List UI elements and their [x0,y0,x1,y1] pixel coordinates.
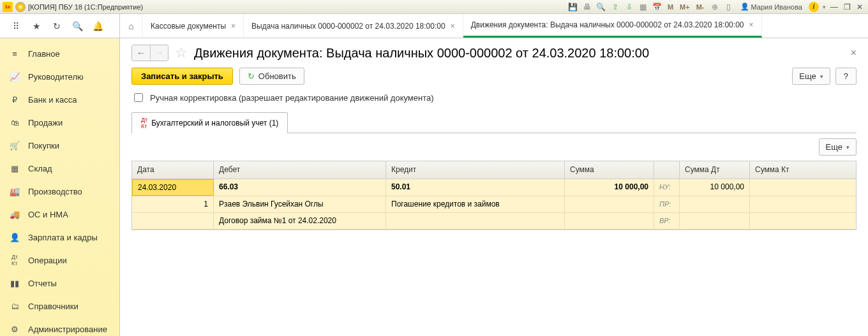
manual-edit-checkbox[interactable] [134,93,143,102]
cell-date[interactable]: 24.03.2020 [132,179,214,196]
col-sum[interactable]: Сумма [565,161,654,179]
home-tab[interactable]: ⌂ [120,14,143,38]
bell-icon[interactable]: 🔔 [92,20,103,32]
cell-empty[interactable] [680,213,750,229]
cell-credit-sub[interactable]: Погашение кредитов и займов [386,196,565,212]
cell-sumkt[interactable] [750,179,856,196]
window-close[interactable]: ✕ [855,3,864,11]
cell-empty[interactable] [750,196,856,212]
nav-production[interactable]: 🏭Производство [0,180,119,203]
save-disk-icon[interactable]: 💾 [568,2,578,12]
forward-button[interactable]: → [150,45,168,61]
col-date[interactable]: Дата [132,161,214,179]
tab-label: Кассовые документы [151,22,226,31]
grid-row[interactable]: Договор займа №1 от 24.02.2020 ВР: [132,213,856,230]
nav-bank[interactable]: ₽Банк и касса [0,88,119,111]
cell-empty[interactable] [565,196,654,212]
nav-reports[interactable]: ▮▮Отчеты [0,272,119,295]
grid-row[interactable]: 1 Рзаев Эльвин Гусейхан Оглы Погашение к… [132,196,856,213]
window-title: [КОПИЯ] ПБУ 18 (1С:Предприятие) [28,3,143,11]
dtkt-icon: ДтКт [141,117,147,129]
subtab-label: Бухгалтерский и налоговый учет (1) [151,119,278,128]
help-button[interactable]: ? [835,68,857,85]
back-button[interactable]: ← [132,45,150,61]
grid-more-button[interactable]: Еще ▾ [819,138,857,156]
chevron-down-icon: ▾ [820,73,823,80]
refresh-button[interactable]: ↻ Обновить [239,68,304,85]
cart-icon: 🛒 [9,140,20,151]
nav-main[interactable]: ≡Главное [0,42,119,65]
close-page-icon[interactable]: × [851,47,857,59]
history-icon[interactable]: ↻ [51,20,63,32]
zoom-icon[interactable]: ⊕ [710,2,720,12]
cell-debit-sub[interactable]: Рзаев Эльвин Гусейхан Оглы [214,196,386,212]
tab-cash-out[interactable]: Выдача наличных 0000-000002 от 24.03.202… [244,14,463,38]
manual-edit-checkbox-row[interactable]: Ручная корректировка (разрешает редактир… [131,91,857,104]
cell-nu: НУ: [654,179,680,196]
col-sumkt[interactable]: Сумма Кт [750,161,856,179]
cell-debit[interactable]: 66.03 [214,179,386,196]
tab-close-icon[interactable]: × [231,22,236,31]
compare-icon[interactable]: ⇪ [610,2,620,12]
nav-fixed-assets[interactable]: 🚚ОС и НМА [0,203,119,226]
favorite-star-icon[interactable]: ★ [31,20,42,32]
cell-empty[interactable] [750,213,856,229]
col-prefix[interactable] [654,161,680,179]
more-button[interactable]: Еще ▾ [792,68,830,85]
cell-sumdt[interactable]: 10 000,00 [680,179,750,196]
tab-row: ⠿ ★ ↻ 🔍 🔔 ⌂ Кассовые документы × Выдача … [0,14,868,38]
refresh-label: Обновить [258,71,296,81]
mem-mplus[interactable]: M+ [678,3,691,11]
nav-salary[interactable]: 👤Зарплата и кадры [0,226,119,249]
nav-purchases[interactable]: 🛒Покупки [0,134,119,157]
col-credit[interactable]: Кредит [386,161,565,179]
gear-icon: ⚙ [9,323,20,335]
info-icon[interactable]: i [809,2,819,12]
favorite-icon[interactable]: ☆ [175,45,188,61]
nav-sales[interactable]: 🛍Продажи [0,111,119,134]
apps-icon[interactable]: ⠿ [10,20,22,32]
cell-empty[interactable] [132,213,214,229]
person-icon: 👤 [9,231,20,243]
dtkt-icon: ДтКт [9,254,20,266]
calculator-icon[interactable]: ▦ [638,2,648,12]
tab-close-icon[interactable]: × [749,20,753,29]
menu-icon: ≡ [9,48,20,59]
nav-warehouse[interactable]: ▦Склад [0,157,119,180]
cell-empty[interactable] [565,213,654,229]
user-menu[interactable]: 👤 Мария Иванова [738,3,805,11]
tab-document-movements[interactable]: Движения документа: Выдача наличных 0000… [463,14,762,38]
calendar-icon[interactable]: 📅 [652,2,662,12]
grid-row[interactable]: 24.03.2020 66.03 50.01 10 000,00 НУ: 10 … [132,179,856,196]
cell-vr: ВР: [654,213,680,229]
save-close-button[interactable]: Записать и закрыть [131,68,233,85]
factory-icon: 🏭 [9,186,20,197]
tab-cash-documents[interactable]: Кассовые документы × [143,14,244,38]
nav-admin[interactable]: ⚙Администрирование [0,318,119,336]
cell-credit[interactable]: 50.01 [386,179,565,196]
cell-debit-sub[interactable]: Договор займа №1 от 24.02.2020 [214,213,386,229]
tab-close-icon[interactable]: × [451,22,455,31]
cell-empty[interactable] [680,196,750,212]
subtab-accounting[interactable]: ДтКт Бухгалтерский и налоговый учет (1) [131,112,288,133]
panel-icon[interactable]: ▯ [724,2,734,12]
search-icon[interactable]: 🔍 [71,20,83,32]
nav-catalogs[interactable]: 🗂Справочники [0,295,119,318]
cell-sum[interactable]: 10 000,00 [565,179,654,196]
cell-empty[interactable] [386,213,565,229]
title-bar: 1c ▾ [КОПИЯ] ПБУ 18 (1С:Предприятие) 💾 🖶… [0,0,868,14]
more-label: Еще [826,142,842,152]
window-minimize[interactable]: — [830,3,839,11]
window-restore[interactable]: ❐ [842,3,851,11]
col-sumdt[interactable]: Сумма Дт [680,161,750,179]
cell-num[interactable]: 1 [132,196,214,212]
mem-mminus[interactable]: M- [695,3,706,11]
col-debit[interactable]: Дебет [214,161,386,179]
dropdown-circle-icon[interactable]: ▾ [15,2,26,12]
nav-operations[interactable]: ДтКтОперации [0,249,119,272]
download-icon[interactable]: ⇩ [624,2,634,12]
nav-manager[interactable]: 📈Руководителю [0,65,119,88]
preview-icon[interactable]: 🔍 [596,2,606,12]
print-icon[interactable]: 🖶 [582,2,592,12]
mem-m[interactable]: M [666,3,675,11]
